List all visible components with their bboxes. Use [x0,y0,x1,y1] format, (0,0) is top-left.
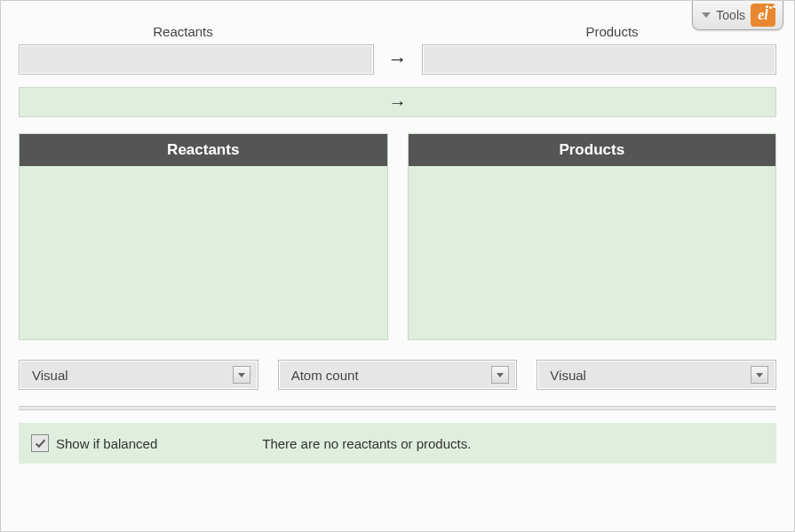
dropdown-toggle [491,366,509,384]
arrow-right-icon: → [386,48,409,71]
equation-display-row: → [19,87,776,117]
chevron-down-icon [497,373,504,377]
panels-row: Reactants Products [19,133,776,340]
tools-label: Tools [716,8,745,22]
top-labels-row: Reactants Products [19,24,776,39]
show-balanced-checkbox[interactable] [31,434,49,452]
chevron-down-icon [702,12,711,18]
dropdown-toggle [751,366,768,384]
reactants-input[interactable] [19,44,374,75]
dropdown-label: Visual [32,368,68,383]
reactants-panel: Reactants [19,133,388,340]
products-input[interactable] [422,44,777,75]
status-row: Show if balanced There are no reactants … [19,423,776,464]
divider [19,406,776,410]
dropdowns-row: Visual Atom count Visual [19,360,776,390]
visual-right-dropdown[interactable]: Visual [537,360,776,390]
atom-count-dropdown[interactable]: Atom count [278,360,518,390]
reactants-panel-header: Reactants [20,134,387,166]
products-panel-header: Products [409,134,776,166]
visual-left-dropdown[interactable]: Visual [19,360,258,390]
dropdown-label: Visual [550,368,586,383]
chevron-down-icon [756,373,763,377]
status-message: There are no reactants or products. [262,436,471,451]
check-icon [35,438,46,449]
dropdown-label: Atom count [291,368,359,383]
dropdown-toggle [233,366,250,384]
reactants-label: Reactants [19,24,347,39]
chemical-equation-canvas: Tools el Reactants Products → → Reactant… [0,0,795,532]
products-panel: Products [408,133,777,340]
products-panel-body[interactable] [409,166,776,339]
chevron-down-icon [238,373,245,377]
tools-dropdown-tab[interactable]: Tools el [692,1,783,30]
equation-input-row: → [19,44,776,75]
brand-badge-icon: el [751,4,775,27]
reactants-panel-body[interactable] [20,166,387,339]
checkbox-label: Show if balanced [56,436,157,451]
arrow-right-icon: → [387,92,409,113]
